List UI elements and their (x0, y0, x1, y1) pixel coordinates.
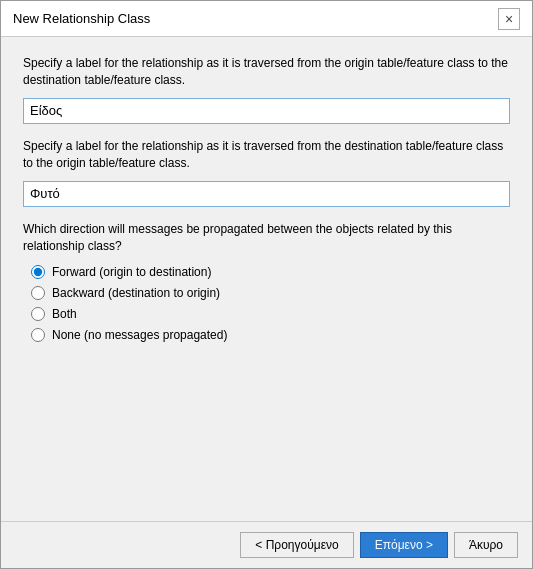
radio-item-forward[interactable]: Forward (origin to destination) (31, 265, 510, 279)
radio-forward[interactable] (31, 265, 45, 279)
title-bar: New Relationship Class × (1, 1, 532, 37)
dialog-container: New Relationship Class × Specify a label… (0, 0, 533, 569)
radio-item-none[interactable]: None (no messages propagated) (31, 328, 510, 342)
cancel-button[interactable]: Άκυρο (454, 532, 518, 558)
dialog-title: New Relationship Class (13, 11, 150, 26)
label2-description: Specify a label for the relationship as … (23, 138, 510, 173)
label1-input[interactable] (23, 98, 510, 124)
radio-both[interactable] (31, 307, 45, 321)
radio-none[interactable] (31, 328, 45, 342)
radio-forward-label: Forward (origin to destination) (52, 265, 211, 279)
propagation-question: Which direction will messages be propaga… (23, 221, 510, 256)
next-button[interactable]: Επόμενο > (360, 532, 448, 558)
radio-both-label: Both (52, 307, 77, 321)
back-button[interactable]: < Προηγούμενο (240, 532, 353, 558)
radio-group: Forward (origin to destination) Backward… (23, 265, 510, 342)
radio-item-both[interactable]: Both (31, 307, 510, 321)
radio-item-backward[interactable]: Backward (destination to origin) (31, 286, 510, 300)
label2-input[interactable] (23, 181, 510, 207)
radio-backward[interactable] (31, 286, 45, 300)
spacer (23, 342, 510, 503)
radio-none-label: None (no messages propagated) (52, 328, 227, 342)
label1-description: Specify a label for the relationship as … (23, 55, 510, 90)
close-button[interactable]: × (498, 8, 520, 30)
radio-backward-label: Backward (destination to origin) (52, 286, 220, 300)
dialog-content: Specify a label for the relationship as … (1, 37, 532, 521)
button-bar: < Προηγούμενο Επόμενο > Άκυρο (1, 521, 532, 568)
